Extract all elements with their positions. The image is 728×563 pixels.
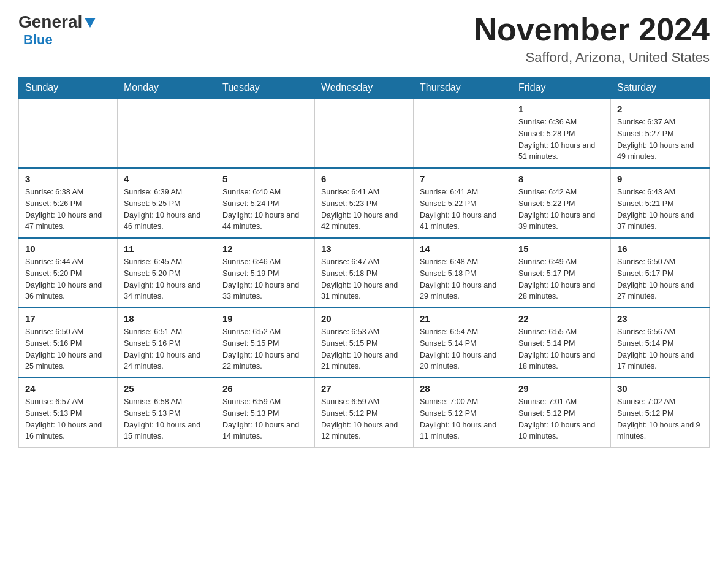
day-number: 13 [321,243,407,254]
day-info: Sunrise: 6:50 AM Sunset: 5:16 PM Dayligh… [25,326,111,372]
day-info: Sunrise: 7:01 AM Sunset: 5:12 PM Dayligh… [518,396,604,442]
day-info: Sunrise: 6:59 AM Sunset: 5:13 PM Dayligh… [222,396,308,442]
day-info: Sunrise: 6:43 AM Sunset: 5:21 PM Dayligh… [617,186,703,232]
calendar-cell: 29Sunrise: 7:01 AM Sunset: 5:12 PM Dayli… [512,378,611,448]
day-number: 21 [420,313,506,324]
day-number: 10 [25,243,111,254]
calendar-cell: 10Sunrise: 6:44 AM Sunset: 5:20 PM Dayli… [19,238,118,308]
day-number: 7 [420,174,506,184]
calendar-header-row: SundayMondayTuesdayWednesdayThursdayFrid… [19,77,710,99]
calendar-cell: 1Sunrise: 6:36 AM Sunset: 5:28 PM Daylig… [512,99,611,169]
calendar-cell: 22Sunrise: 6:55 AM Sunset: 5:14 PM Dayli… [512,308,611,378]
week-row-4: 17Sunrise: 6:50 AM Sunset: 5:16 PM Dayli… [19,308,710,378]
day-info: Sunrise: 6:41 AM Sunset: 5:22 PM Dayligh… [420,186,506,232]
calendar-cell: 23Sunrise: 6:56 AM Sunset: 5:14 PM Dayli… [611,308,710,378]
day-header-monday: Monday [118,77,216,99]
day-info: Sunrise: 6:57 AM Sunset: 5:13 PM Dayligh… [25,396,111,442]
calendar-cell: 20Sunrise: 6:53 AM Sunset: 5:15 PM Dayli… [315,308,414,378]
day-number: 27 [321,383,407,394]
calendar-cell [216,99,315,169]
week-row-2: 3Sunrise: 6:38 AM Sunset: 5:26 PM Daylig… [19,168,710,238]
calendar-cell: 5Sunrise: 6:40 AM Sunset: 5:24 PM Daylig… [216,168,315,238]
calendar-cell: 11Sunrise: 6:45 AM Sunset: 5:20 PM Dayli… [118,238,216,308]
day-info: Sunrise: 6:40 AM Sunset: 5:24 PM Dayligh… [222,186,308,232]
day-number: 4 [124,174,210,184]
day-number: 29 [518,383,604,394]
day-number: 1 [518,104,604,114]
day-info: Sunrise: 6:59 AM Sunset: 5:12 PM Dayligh… [321,396,407,442]
calendar-table: SundayMondayTuesdayWednesdayThursdayFrid… [18,77,710,448]
day-header-wednesday: Wednesday [315,77,414,99]
page-header: General Blue November 2024 Safford, Ariz… [18,12,710,66]
day-info: Sunrise: 7:00 AM Sunset: 5:12 PM Dayligh… [420,396,506,442]
day-info: Sunrise: 6:51 AM Sunset: 5:16 PM Dayligh… [124,326,210,372]
calendar-cell: 19Sunrise: 6:52 AM Sunset: 5:15 PM Dayli… [216,308,315,378]
logo: General Blue [18,12,97,48]
calendar-cell: 30Sunrise: 7:02 AM Sunset: 5:12 PM Dayli… [611,378,710,448]
calendar-cell: 15Sunrise: 6:49 AM Sunset: 5:17 PM Dayli… [512,238,611,308]
calendar-cell: 28Sunrise: 7:00 AM Sunset: 5:12 PM Dayli… [414,378,512,448]
calendar-cell: 25Sunrise: 6:58 AM Sunset: 5:13 PM Dayli… [118,378,216,448]
calendar-cell: 9Sunrise: 6:43 AM Sunset: 5:21 PM Daylig… [611,168,710,238]
calendar-cell [118,99,216,169]
day-number: 12 [222,243,308,254]
day-info: Sunrise: 6:56 AM Sunset: 5:14 PM Dayligh… [617,326,703,372]
calendar-cell: 26Sunrise: 6:59 AM Sunset: 5:13 PM Dayli… [216,378,315,448]
day-info: Sunrise: 6:41 AM Sunset: 5:23 PM Dayligh… [321,186,407,232]
location-title: Safford, Arizona, United States [474,50,710,66]
day-info: Sunrise: 6:46 AM Sunset: 5:19 PM Dayligh… [222,256,308,302]
day-number: 16 [617,243,703,254]
title-block: November 2024 Safford, Arizona, United S… [474,12,710,66]
day-number: 22 [518,313,604,324]
calendar-cell: 24Sunrise: 6:57 AM Sunset: 5:13 PM Dayli… [19,378,118,448]
day-number: 25 [124,383,210,394]
day-header-sunday: Sunday [19,77,118,99]
day-info: Sunrise: 6:54 AM Sunset: 5:14 PM Dayligh… [420,326,506,372]
day-number: 3 [25,174,111,184]
day-info: Sunrise: 6:38 AM Sunset: 5:26 PM Dayligh… [25,186,111,232]
calendar-cell: 18Sunrise: 6:51 AM Sunset: 5:16 PM Dayli… [118,308,216,378]
calendar-cell: 12Sunrise: 6:46 AM Sunset: 5:19 PM Dayli… [216,238,315,308]
day-info: Sunrise: 6:48 AM Sunset: 5:18 PM Dayligh… [420,256,506,302]
week-row-1: 1Sunrise: 6:36 AM Sunset: 5:28 PM Daylig… [19,99,710,169]
day-header-tuesday: Tuesday [216,77,315,99]
day-number: 30 [617,383,703,394]
calendar-cell [19,99,118,169]
week-row-5: 24Sunrise: 6:57 AM Sunset: 5:13 PM Dayli… [19,378,710,448]
calendar-cell: 3Sunrise: 6:38 AM Sunset: 5:26 PM Daylig… [19,168,118,238]
calendar-cell: 4Sunrise: 6:39 AM Sunset: 5:25 PM Daylig… [118,168,216,238]
calendar-cell: 2Sunrise: 6:37 AM Sunset: 5:27 PM Daylig… [611,99,710,169]
day-number: 23 [617,313,703,324]
day-header-saturday: Saturday [611,77,710,99]
calendar-cell: 13Sunrise: 6:47 AM Sunset: 5:18 PM Dayli… [315,238,414,308]
day-number: 6 [321,174,407,184]
day-info: Sunrise: 6:53 AM Sunset: 5:15 PM Dayligh… [321,326,407,372]
day-header-thursday: Thursday [414,77,512,99]
day-info: Sunrise: 6:52 AM Sunset: 5:15 PM Dayligh… [222,326,308,372]
day-number: 2 [617,104,703,114]
day-info: Sunrise: 6:50 AM Sunset: 5:17 PM Dayligh… [617,256,703,302]
day-number: 9 [617,174,703,184]
calendar-cell [315,99,414,169]
day-info: Sunrise: 6:58 AM Sunset: 5:13 PM Dayligh… [124,396,210,442]
calendar-cell: 27Sunrise: 6:59 AM Sunset: 5:12 PM Dayli… [315,378,414,448]
day-number: 17 [25,313,111,324]
calendar-cell: 14Sunrise: 6:48 AM Sunset: 5:18 PM Dayli… [414,238,512,308]
day-info: Sunrise: 6:36 AM Sunset: 5:28 PM Dayligh… [518,117,604,163]
calendar-cell: 6Sunrise: 6:41 AM Sunset: 5:23 PM Daylig… [315,168,414,238]
calendar-cell: 16Sunrise: 6:50 AM Sunset: 5:17 PM Dayli… [611,238,710,308]
calendar-cell: 8Sunrise: 6:42 AM Sunset: 5:22 PM Daylig… [512,168,611,238]
calendar-cell: 17Sunrise: 6:50 AM Sunset: 5:16 PM Dayli… [19,308,118,378]
day-info: Sunrise: 6:55 AM Sunset: 5:14 PM Dayligh… [518,326,604,372]
week-row-3: 10Sunrise: 6:44 AM Sunset: 5:20 PM Dayli… [19,238,710,308]
day-number: 14 [420,243,506,254]
logo-triangle-icon [83,15,97,29]
day-number: 15 [518,243,604,254]
logo-blue-text: Blue [23,32,53,47]
day-info: Sunrise: 6:37 AM Sunset: 5:27 PM Dayligh… [617,117,703,163]
day-number: 8 [518,174,604,184]
day-info: Sunrise: 6:49 AM Sunset: 5:17 PM Dayligh… [518,256,604,302]
svg-marker-0 [85,18,96,28]
day-number: 20 [321,313,407,324]
month-title: November 2024 [474,12,710,47]
